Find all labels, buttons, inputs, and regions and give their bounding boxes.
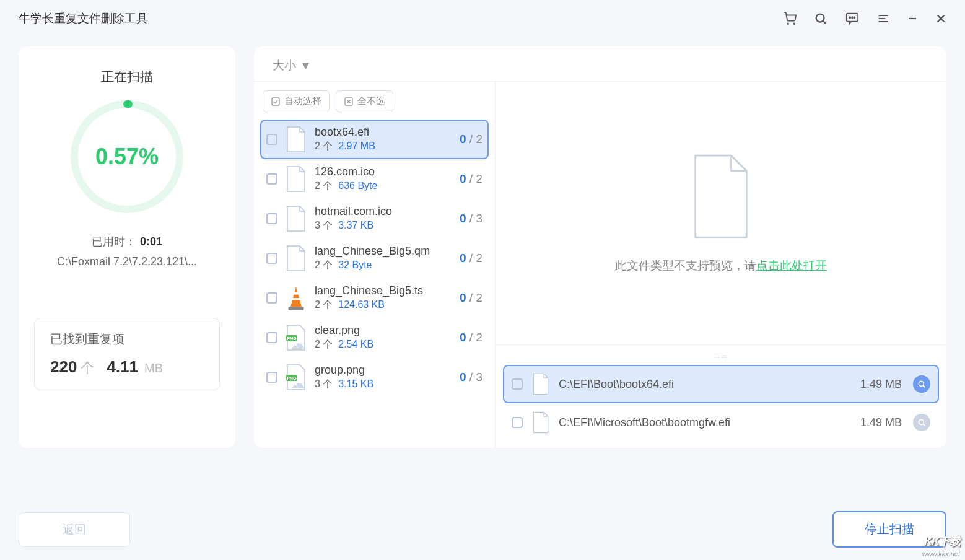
file-group-row[interactable]: PNGclear.png2 个 2.54 KB0 / 2 xyxy=(260,318,489,357)
file-name: clear.png xyxy=(315,324,452,337)
file-meta: 2 个 32 Byte xyxy=(315,259,452,272)
file-checkbox[interactable] xyxy=(266,253,277,264)
file-meta: 2 个 2.97 MB xyxy=(315,140,452,153)
elapsed-time: 已用时：0:01 xyxy=(92,234,162,249)
duplicate-groups-list: 自动选择 全不选 bootx64.efi2 个 2.97 MB0 / 2126.… xyxy=(254,82,496,448)
file-selection-count: 0 / 3 xyxy=(460,212,482,225)
file-info: clear.png2 个 2.54 KB xyxy=(315,324,452,351)
elapsed-label: 已用时： xyxy=(92,235,136,248)
cart-icon[interactable] xyxy=(783,12,797,25)
sort-dropdown[interactable]: 大小 ▼ xyxy=(273,58,312,74)
found-count-unit: 个 xyxy=(81,359,94,377)
file-placeholder-icon xyxy=(687,153,755,242)
watermark-logo: KK下载 xyxy=(924,534,960,549)
file-group-row[interactable]: 126.com.ico2 个 636 Byte0 / 2 xyxy=(260,159,489,199)
file-checkbox[interactable] xyxy=(266,292,277,304)
duplicate-file-row[interactable]: C:\EFI\Boot\bootx64.efi1.49 MB xyxy=(503,365,939,403)
file-name: lang_Chinese_Big5.qm xyxy=(315,245,452,258)
svg-marker-20 xyxy=(290,287,302,307)
svg-text:PNG: PNG xyxy=(287,336,297,341)
file-size: 2.97 MB xyxy=(338,141,375,151)
file-info: hotmail.com.ico3 个 3.37 KB xyxy=(315,205,452,232)
file-info: group.png3 个 3.15 KB xyxy=(315,364,452,391)
svg-point-5 xyxy=(849,17,850,18)
file-info: 126.com.ico2 个 636 Byte xyxy=(315,165,452,193)
file-group-row[interactable]: lang_Chinese_Big5.ts2 个 124.63 KB0 / 2 xyxy=(260,278,489,318)
back-button[interactable]: 返回 xyxy=(19,512,130,547)
svg-point-1 xyxy=(793,23,795,24)
svg-rect-23 xyxy=(288,307,303,310)
auto-select-button[interactable]: 自动选择 xyxy=(263,90,330,112)
file-name: 126.com.ico xyxy=(315,165,452,178)
duplicate-checkbox[interactable] xyxy=(512,417,523,428)
file-selection-count: 0 / 2 xyxy=(460,331,482,344)
file-selection-count: 0 / 2 xyxy=(460,252,482,265)
close-icon[interactable] xyxy=(935,13,946,24)
feedback-icon[interactable] xyxy=(845,12,860,25)
file-size: 124.63 KB xyxy=(338,299,385,310)
found-size: 4.11 xyxy=(107,357,138,377)
file-group-row[interactable]: PNGgroup.png3 个 3.15 KB0 / 3 xyxy=(260,357,489,397)
file-group-row[interactable]: bootx64.efi2 个 2.97 MB0 / 2 xyxy=(260,120,489,159)
scan-status-panel: 正在扫描 0.57% 已用时：0:01 C:\Foxmail 7.2\7.2.2… xyxy=(19,46,235,448)
file-checkbox[interactable] xyxy=(266,372,277,383)
found-label: 已找到重复项 xyxy=(50,331,204,348)
menu-icon[interactable] xyxy=(877,12,889,25)
locate-file-button[interactable] xyxy=(913,414,930,431)
svg-point-2 xyxy=(816,14,824,22)
svg-text:PNG: PNG xyxy=(287,376,297,380)
drag-handle-icon[interactable]: ══ xyxy=(503,350,939,365)
found-count: 220 xyxy=(50,357,77,377)
file-type-icon xyxy=(285,284,307,312)
file-info: bootx64.efi2 个 2.97 MB xyxy=(315,126,452,153)
svg-line-33 xyxy=(923,424,925,426)
file-name: lang_Chinese_Big5.ts xyxy=(315,284,452,297)
svg-point-32 xyxy=(919,419,924,424)
titlebar-icons xyxy=(783,12,946,25)
progress-circle: 0.57% xyxy=(65,95,189,219)
file-info: lang_Chinese_Big5.ts2 个 124.63 KB xyxy=(315,284,452,312)
file-name: group.png xyxy=(315,364,452,377)
file-checkbox[interactable] xyxy=(266,213,277,224)
deselect-all-button[interactable]: 全不选 xyxy=(336,90,393,112)
minimize-icon[interactable] xyxy=(907,13,918,24)
app-title: 牛学长重复文件删除工具 xyxy=(19,11,148,27)
duplicate-checkbox[interactable] xyxy=(512,378,523,390)
chevron-down-icon: ▼ xyxy=(300,59,312,72)
svg-point-30 xyxy=(919,381,924,386)
file-name: hotmail.com.ico xyxy=(315,205,452,218)
svg-line-31 xyxy=(923,385,925,387)
file-checkbox[interactable] xyxy=(266,173,277,185)
search-icon[interactable] xyxy=(814,12,827,25)
duplicate-file-row[interactable]: C:\EFI\Microsoft\Boot\bootmgfw.efi1.49 M… xyxy=(503,403,939,442)
svg-rect-21 xyxy=(294,292,299,295)
file-group-row[interactable]: lang_Chinese_Big5.qm2 个 32 Byte0 / 2 xyxy=(260,238,489,278)
preview-message: 此文件类型不支持预览，请点击此处打开 xyxy=(615,258,827,274)
file-icon xyxy=(531,411,550,434)
locate-file-button[interactable] xyxy=(913,375,930,393)
footer: 返回 停止扫描 xyxy=(19,511,946,548)
file-type-icon xyxy=(285,245,307,272)
open-file-link[interactable]: 点击此处打开 xyxy=(756,259,827,272)
file-size: 3.15 KB xyxy=(338,378,373,389)
scanning-label: 正在扫描 xyxy=(101,68,153,85)
deselect-all-label: 全不选 xyxy=(357,95,385,107)
file-selection-count: 0 / 2 xyxy=(460,133,482,146)
progress-percent: 0.57% xyxy=(95,144,159,170)
file-icon xyxy=(531,372,550,396)
file-selection-count: 0 / 2 xyxy=(460,291,482,305)
svg-point-6 xyxy=(852,17,853,18)
sort-label: 大小 xyxy=(273,58,296,74)
file-type-icon xyxy=(285,165,307,193)
file-group-row[interactable]: hotmail.com.ico3 个 3.37 KB0 / 3 xyxy=(260,199,489,238)
duplicate-path: C:\EFI\Microsoft\Boot\bootmgfw.efi xyxy=(559,416,852,429)
watermark-url: www.kkx.net xyxy=(922,550,960,558)
results-panel: 大小 ▼ 自动选择 全不选 bootx64.efi2 个 2.97 MB0 / xyxy=(254,46,946,448)
file-type-icon xyxy=(285,205,307,232)
file-size: 3.37 KB xyxy=(338,220,373,230)
duplicate-files-list: ══ C:\EFI\Boot\bootx64.efi1.49 MBC:\EFI\… xyxy=(496,344,946,448)
duplicates-found-box: 已找到重复项 220 个 4.11 MB xyxy=(34,318,220,390)
file-checkbox[interactable] xyxy=(266,134,277,145)
file-checkbox[interactable] xyxy=(266,332,277,343)
file-size: 32 Byte xyxy=(338,260,372,270)
